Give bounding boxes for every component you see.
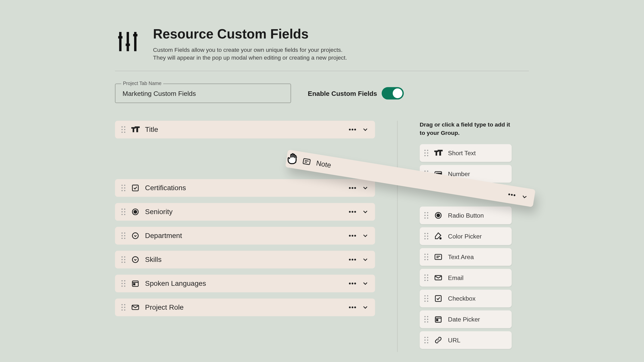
svg-point-160 xyxy=(427,342,428,343)
field-row[interactable]: Department xyxy=(115,227,375,245)
field-type-option[interactable]: URL xyxy=(420,331,512,349)
chevron-down-icon[interactable] xyxy=(362,256,369,263)
chevron-down-icon[interactable] xyxy=(362,185,369,192)
field-row[interactable]: Certifications xyxy=(115,179,375,197)
drag-handle-icon[interactable] xyxy=(424,336,429,343)
svg-rect-145 xyxy=(435,295,441,301)
svg-point-11 xyxy=(124,132,125,133)
more-icon[interactable] xyxy=(348,187,356,190)
svg-point-27 xyxy=(122,209,123,210)
svg-point-19 xyxy=(122,187,123,189)
chevron-down-icon[interactable] xyxy=(362,280,369,287)
svg-point-7 xyxy=(124,127,125,128)
short-text-icon: TT xyxy=(131,125,140,134)
drag-handle-icon[interactable] xyxy=(424,212,429,219)
svg-point-52 xyxy=(122,262,123,263)
chevron-down-icon[interactable] xyxy=(362,304,369,311)
types-column: Drag or click a field type to add it to … xyxy=(420,121,512,352)
more-icon[interactable] xyxy=(348,258,356,261)
drag-handle-icon[interactable] xyxy=(121,232,126,239)
field-row[interactable]: Spoken Languages xyxy=(115,275,375,292)
dropdown-icon xyxy=(131,255,140,264)
field-type-option[interactable]: Color Picker xyxy=(420,227,512,245)
chevron-down-icon[interactable] xyxy=(362,209,369,216)
drag-handle-icon[interactable] xyxy=(121,185,126,192)
field-type-option[interactable]: TT Short Text xyxy=(420,144,512,162)
tab-name-label: Project Tab Name xyxy=(121,81,163,86)
drag-handle-icon[interactable] xyxy=(424,232,429,239)
field-row[interactable]: Seniority xyxy=(115,203,375,221)
fields-column: TT Title Certifications Seniority Depart… xyxy=(115,121,375,352)
field-type-option[interactable]: Date Picker xyxy=(420,310,512,328)
drag-handle-icon[interactable] xyxy=(121,126,126,133)
svg-point-30 xyxy=(124,211,125,213)
svg-point-41 xyxy=(124,235,125,236)
svg-point-18 xyxy=(124,185,125,186)
email-icon xyxy=(131,303,140,312)
svg-point-15 xyxy=(352,129,353,131)
drag-handle-icon[interactable] xyxy=(121,256,126,263)
svg-point-40 xyxy=(122,235,123,236)
drag-handle-icon[interactable] xyxy=(121,209,126,216)
drag-handle-icon[interactable] xyxy=(424,253,429,260)
radio-icon xyxy=(131,208,140,216)
sliders-icon xyxy=(115,29,141,54)
svg-point-92 xyxy=(424,150,426,151)
textarea-icon xyxy=(302,157,312,167)
field-type-option[interactable]: Email xyxy=(420,269,512,286)
svg-point-135 xyxy=(427,277,428,278)
svg-point-56 xyxy=(352,259,353,261)
enable-toggle-label: Enable Custom Fields xyxy=(308,90,377,97)
drag-handle-icon[interactable] xyxy=(424,316,429,323)
field-row[interactable]: Skills xyxy=(115,251,375,268)
page-container: Resource Custom Fields Custom Fields all… xyxy=(0,0,644,362)
svg-point-47 xyxy=(354,235,356,237)
chevron-down-icon[interactable] xyxy=(520,193,529,201)
checkbox-icon xyxy=(434,294,443,303)
svg-point-57 xyxy=(354,259,356,261)
svg-point-68 xyxy=(352,283,353,285)
field-label: Title xyxy=(145,126,343,134)
more-icon[interactable] xyxy=(508,193,516,197)
drag-handle-icon[interactable] xyxy=(424,149,429,156)
field-type-option[interactable]: Text Area xyxy=(420,248,512,266)
svg-point-58 xyxy=(122,280,123,282)
svg-point-79 xyxy=(354,307,356,308)
field-row[interactable]: TT Title xyxy=(115,121,375,139)
svg-point-113 xyxy=(427,217,428,219)
field-label: Seniority xyxy=(145,208,343,216)
svg-point-43 xyxy=(124,238,125,239)
svg-point-146 xyxy=(424,316,426,317)
type-label: Checkbox xyxy=(448,295,475,302)
drag-handle-icon[interactable] xyxy=(292,156,298,164)
drag-handle-icon[interactable] xyxy=(121,304,126,311)
more-icon[interactable] xyxy=(348,306,356,309)
field-label: Project Role xyxy=(145,304,343,312)
drag-handle-icon[interactable] xyxy=(121,280,126,287)
chevron-down-icon[interactable] xyxy=(362,232,369,239)
field-type-option[interactable]: Radio Button xyxy=(420,207,512,224)
enable-toggle[interactable] xyxy=(382,87,404,100)
svg-point-144 xyxy=(427,300,428,302)
field-label: Certifications xyxy=(145,184,343,192)
more-icon[interactable] xyxy=(348,128,356,131)
field-type-option[interactable]: Checkbox xyxy=(420,290,512,307)
field-row[interactable]: Project Role xyxy=(115,299,375,316)
svg-point-69 xyxy=(354,283,356,285)
svg-point-157 xyxy=(424,339,426,341)
svg-point-8 xyxy=(122,129,123,130)
more-icon[interactable] xyxy=(348,211,356,213)
svg-point-53 xyxy=(124,262,125,263)
tab-name-input[interactable] xyxy=(115,84,291,103)
tab-name-field[interactable]: Project Tab Name xyxy=(115,84,291,103)
more-icon[interactable] xyxy=(348,234,356,237)
field-label: Spoken Languages xyxy=(145,280,343,288)
drag-handle-icon[interactable] xyxy=(424,274,429,281)
svg-point-72 xyxy=(122,307,123,308)
svg-point-80 xyxy=(293,156,295,158)
svg-point-54 xyxy=(132,257,138,263)
drag-handle-icon[interactable] xyxy=(424,295,429,302)
types-header: Drag or click a field type to add it to … xyxy=(420,121,512,137)
more-icon[interactable] xyxy=(348,282,356,285)
chevron-down-icon[interactable] xyxy=(362,126,369,133)
